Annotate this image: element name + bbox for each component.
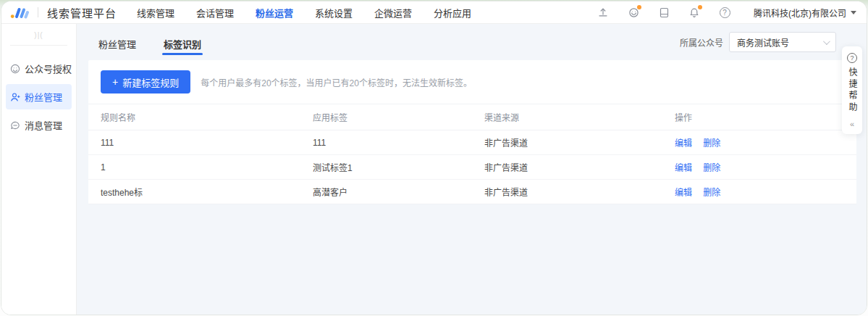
upload-icon[interactable] <box>597 7 609 18</box>
company-account-switcher[interactable]: 腾讯科技(北京)有限公司 <box>754 7 856 19</box>
column-rule-name: 规则名称 <box>88 104 300 130</box>
sidebar-item-fans-management[interactable]: 粉丝管理 <box>6 84 72 109</box>
edit-link[interactable]: 编辑 <box>675 138 692 149</box>
brand-title: 线索管理平台 <box>47 5 117 20</box>
cell-channel-source: 非广告渠道 <box>472 130 662 155</box>
cell-channel-source: 非广告渠道 <box>472 155 662 180</box>
tab-bar: 粉丝管理 标签识别 所属公众号 商务测试账号 <box>77 24 867 60</box>
nav-item-sessions[interactable]: 会话管理 <box>196 6 234 20</box>
sidebar-collapsed-mark: )|( <box>1 28 76 45</box>
plus-icon: + <box>112 77 118 87</box>
chevron-down-icon <box>823 38 830 45</box>
cell-actions: 编辑 删除 <box>662 180 856 204</box>
official-account-select[interactable]: 商务测试账号 <box>729 32 836 52</box>
help-icon[interactable]: ? <box>847 53 857 63</box>
sidebar-divider <box>10 45 67 46</box>
quick-help-panel: ? 快捷帮助 « <box>842 46 862 134</box>
top-navigation: 线索管理平台 线索管理 会话管理 粉丝运营 系统设置 企微运营 分析应用 <box>1 1 867 24</box>
nav-item-leads[interactable]: 线索管理 <box>137 6 174 20</box>
cell-rule-name: testhehe标 <box>88 180 300 204</box>
table-row: 111 111 非广告渠道 编辑 删除 <box>88 130 856 155</box>
sidebar-item-label: 粉丝管理 <box>25 90 62 104</box>
app-window: 线索管理平台 线索管理 会话管理 粉丝运营 系统设置 企微运营 分析应用 <box>1 1 867 315</box>
selected-account: 商务测试账号 <box>737 36 789 49</box>
sidebar-item-label: 公众号授权 <box>25 62 72 75</box>
caret-down-icon <box>851 11 856 14</box>
nav-item-wecom[interactable]: 企微运营 <box>374 6 412 20</box>
primary-nav: 线索管理 会话管理 粉丝运营 系统设置 企微运营 分析应用 <box>137 6 597 20</box>
topnav-actions: ? 腾讯科技(北京)有限公司 <box>597 7 856 19</box>
official-account-filter: 所属公众号 商务测试账号 <box>680 32 836 52</box>
cell-actions: 编辑 删除 <box>662 130 856 155</box>
cell-channel-source: 非广告渠道 <box>472 180 662 204</box>
cell-applied-tag: 高潜客户 <box>300 180 472 204</box>
delete-link[interactable]: 删除 <box>703 138 720 149</box>
cell-applied-tag: 111 <box>300 130 472 155</box>
official-account-icon <box>10 64 20 74</box>
tab-fans-management[interactable]: 粉丝管理 <box>97 25 138 59</box>
column-applied-tag: 应用标签 <box>300 104 472 130</box>
delete-link[interactable]: 删除 <box>703 188 720 198</box>
sidebar: )|( 公众号授权 <box>1 24 77 315</box>
notification-badge <box>698 5 702 9</box>
notification-badge <box>637 5 641 9</box>
customer-service-icon[interactable] <box>628 7 639 18</box>
tag-rules-card: + 新建标签规则 每个用户最多有20个标签，当用户已有20个标签时，无法生效新标… <box>88 60 856 204</box>
brand-divider <box>38 7 38 17</box>
sidebar-item-official-account-auth[interactable]: 公众号授权 <box>6 56 72 81</box>
column-channel-source: 渠道来源 <box>472 104 662 130</box>
help-icon[interactable]: ? <box>719 7 730 18</box>
quick-help-label[interactable]: 快捷帮助 <box>848 67 856 114</box>
delete-link[interactable]: 删除 <box>703 163 720 173</box>
filter-label: 所属公众号 <box>680 36 723 49</box>
tag-limit-note: 每个用户最多有20个标签，当用户已有20个标签时，无法生效新标签。 <box>201 76 472 88</box>
column-actions: 操作 <box>662 104 856 130</box>
message-icon <box>10 120 20 130</box>
tab-tag-recognition[interactable]: 标签识别 <box>162 25 203 59</box>
table-header-row: 规则名称 应用标签 渠道来源 操作 <box>88 104 856 130</box>
new-tag-rule-button[interactable]: + 新建标签规则 <box>101 70 190 93</box>
tag-rules-table: 规则名称 应用标签 渠道来源 操作 111 111 非广告渠道 编辑 <box>88 104 856 204</box>
workbench-icon[interactable] <box>658 7 670 18</box>
collapse-icon[interactable]: « <box>850 118 854 128</box>
main-content: 粉丝管理 标签识别 所属公众号 商务测试账号 + 新建标签规则 <box>77 24 867 315</box>
edit-link[interactable]: 编辑 <box>675 188 692 198</box>
table-row: testhehe标 高潜客户 非广告渠道 编辑 删除 <box>88 180 856 204</box>
cell-applied-tag: 测试标签1 <box>300 155 472 180</box>
new-tag-rule-label: 新建标签规则 <box>122 75 179 89</box>
fans-icon <box>10 92 20 102</box>
cell-actions: 编辑 删除 <box>662 155 856 180</box>
nav-item-analytics[interactable]: 分析应用 <box>434 6 471 20</box>
sidebar-item-label: 消息管理 <box>25 118 62 132</box>
nav-item-settings[interactable]: 系统设置 <box>315 6 353 20</box>
company-name: 腾讯科技(北京)有限公司 <box>754 7 846 19</box>
table-row: 1 测试标签1 非广告渠道 编辑 删除 <box>88 155 856 180</box>
cell-rule-name: 111 <box>88 130 300 155</box>
edit-link[interactable]: 编辑 <box>675 163 692 173</box>
sidebar-item-message-management[interactable]: 消息管理 <box>6 112 72 138</box>
cell-rule-name: 1 <box>88 155 300 180</box>
nav-item-fans[interactable]: 粉丝运营 <box>256 6 293 20</box>
bell-icon[interactable] <box>688 7 700 18</box>
brand-logo-icon <box>10 6 29 19</box>
